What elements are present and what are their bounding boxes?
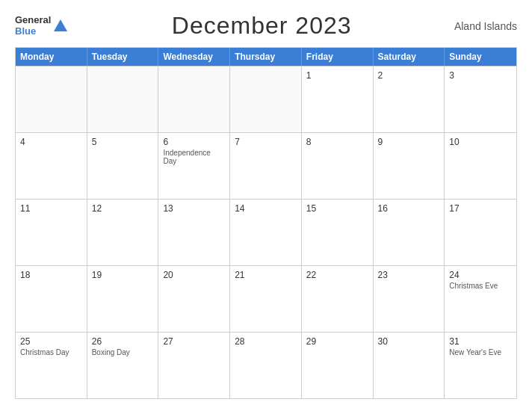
day-number: 28 (235, 336, 297, 347)
day-header-thursday: Thursday (230, 48, 302, 66)
cal-cell: 10 (445, 133, 516, 199)
cal-cell: 1 (302, 67, 374, 132)
cal-cell: 22 (302, 266, 374, 332)
day-number: 11 (20, 203, 82, 214)
day-number: 13 (163, 203, 225, 214)
logo-blue: Blue (15, 25, 36, 37)
cal-cell: 26Boxing Day (87, 333, 159, 398)
day-number: 5 (92, 137, 154, 147)
day-header-monday: Monday (16, 48, 87, 66)
week-row-4: 18192021222324Christmas Eve (16, 265, 516, 332)
day-number: 6 (163, 137, 225, 147)
logo: GeneralBlue (15, 15, 69, 37)
cal-cell: 25Christmas Day (16, 333, 87, 398)
day-number: 4 (20, 137, 82, 147)
day-number: 20 (163, 270, 225, 280)
day-number: 8 (306, 137, 368, 147)
day-number: 24 (449, 270, 512, 280)
cal-cell: 7 (230, 133, 302, 199)
day-event: Boxing Day (92, 348, 154, 356)
cal-cell (87, 67, 159, 132)
day-header-friday: Friday (302, 48, 374, 66)
cal-cell: 30 (374, 333, 445, 398)
cal-cell: 9 (374, 133, 445, 199)
page: GeneralBlue December 2023 Aland Islands … (0, 0, 532, 411)
cal-cell: 12 (87, 200, 159, 265)
cal-cell: 20 (158, 266, 230, 332)
cal-cell: 15 (302, 200, 374, 265)
cal-cell: 6Independence Day (158, 133, 230, 199)
region-label: Aland Islands (454, 20, 517, 32)
cal-cell: 29 (302, 333, 374, 398)
cal-cell: 3 (445, 67, 516, 132)
calendar: MondayTuesdayWednesdayThursdayFridaySatu… (15, 47, 517, 399)
cal-cell: 23 (374, 266, 445, 332)
cal-cell: 14 (230, 200, 302, 265)
day-number: 1 (306, 70, 368, 81)
day-header-saturday: Saturday (374, 48, 445, 66)
logo-text: GeneralBlue (15, 15, 51, 37)
day-number: 23 (378, 270, 440, 280)
cal-cell: 31New Year's Eve (445, 333, 516, 398)
day-number: 2 (378, 70, 440, 81)
day-number: 9 (378, 137, 440, 147)
day-header-wednesday: Wednesday (158, 48, 230, 66)
cal-cell: 28 (230, 333, 302, 398)
day-header-sunday: Sunday (445, 48, 516, 66)
day-number: 25 (20, 336, 82, 347)
calendar-header: MondayTuesdayWednesdayThursdayFridaySatu… (16, 48, 516, 66)
day-number: 22 (306, 270, 368, 280)
day-number: 12 (92, 203, 154, 214)
logo-icon (52, 18, 69, 34)
day-number: 19 (92, 270, 154, 280)
day-number: 31 (449, 336, 512, 347)
cal-cell: 27 (158, 333, 230, 398)
day-event: Independence Day (163, 149, 225, 165)
day-number: 26 (92, 336, 154, 347)
cal-cell: 4 (16, 133, 87, 199)
cal-cell: 17 (445, 200, 516, 265)
week-row-3: 11121314151617 (16, 199, 516, 265)
day-event: Christmas Day (20, 348, 82, 356)
cal-cell: 13 (158, 200, 230, 265)
cal-cell: 11 (16, 200, 87, 265)
week-row-1: 123 (16, 66, 516, 132)
day-number: 17 (449, 203, 512, 214)
header: GeneralBlue December 2023 Aland Islands (15, 12, 517, 40)
day-number: 18 (20, 270, 82, 280)
day-number: 16 (378, 203, 440, 214)
day-number: 3 (449, 70, 512, 81)
cal-cell: 19 (87, 266, 159, 332)
day-header-tuesday: Tuesday (87, 48, 159, 66)
svg-marker-0 (54, 19, 67, 31)
cal-cell (230, 67, 302, 132)
day-number: 14 (235, 203, 297, 214)
week-row-2: 456Independence Day78910 (16, 132, 516, 199)
day-event: New Year's Eve (449, 348, 512, 356)
day-number: 29 (306, 336, 368, 347)
cal-cell: 16 (374, 200, 445, 265)
day-event: Christmas Eve (449, 282, 512, 290)
cal-cell: 18 (16, 266, 87, 332)
week-row-5: 25Christmas Day26Boxing Day2728293031New… (16, 332, 516, 398)
day-number: 27 (163, 336, 225, 347)
cal-cell: 8 (302, 133, 374, 199)
day-number: 21 (235, 270, 297, 280)
calendar-title: December 2023 (172, 12, 352, 40)
cal-cell: 24Christmas Eve (445, 266, 516, 332)
cal-cell: 5 (87, 133, 159, 199)
day-number: 10 (449, 137, 512, 147)
day-number: 7 (235, 137, 297, 147)
day-number: 30 (378, 336, 440, 347)
calendar-body: 123456Independence Day789101112131415161… (16, 66, 516, 398)
cal-cell: 2 (374, 67, 445, 132)
cal-cell (158, 67, 230, 132)
cal-cell (16, 67, 87, 132)
cal-cell: 21 (230, 266, 302, 332)
day-number: 15 (306, 203, 368, 214)
